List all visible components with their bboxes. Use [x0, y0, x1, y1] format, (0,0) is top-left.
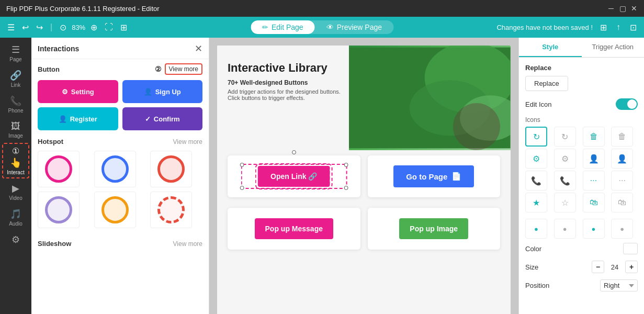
view-more-hotspot-link[interactable]: View more [173, 138, 202, 145]
sidebar-item-image[interactable]: 🖼 Image [2, 118, 29, 142]
icon-cell-8[interactable]: 📞 [525, 171, 547, 190]
size-decrease-button[interactable]: − [592, 261, 604, 273]
icon-cell-14[interactable]: 🛍 [583, 193, 605, 212]
icon-cell-10[interactable]: ··· [583, 171, 605, 190]
hotspot-item-5[interactable] [94, 192, 136, 228]
edit-icon-label: Edit Icon [525, 100, 552, 108]
sidebar-item-link[interactable]: 🔗 Link [2, 66, 29, 91]
handle-br [344, 186, 348, 190]
title-bar-controls: ─ ▢ ✕ [607, 5, 638, 12]
edit-icon-toggle[interactable] [616, 98, 638, 110]
popup-image-button[interactable]: Pop up Image [399, 218, 468, 239]
go-to-page-button[interactable]: Go to Page 📄 [393, 165, 474, 187]
icon-cell-4[interactable]: ⚙ [525, 149, 547, 169]
icon-cell-3[interactable]: 🗑 [611, 127, 633, 147]
page-canvas: Interactive Library 70+ Well-designed Bu… [217, 46, 511, 314]
minimize-button[interactable]: ─ [607, 5, 615, 12]
zoom-in-btn[interactable]: ⊕ [88, 21, 99, 33]
button-section-header: Button ② View more [31, 59, 209, 77]
right-panel-tabs: Style Trigger Action [519, 38, 644, 58]
canvas-area: Interactive Library 70+ Well-designed Bu… [209, 38, 518, 314]
toolbar: ☰ ↩ ↪ | ⊙ 83% ⊕ ⛶ ⊞ ✏ Edit Page 👁 Previe… [0, 17, 644, 38]
confirm-icon: ✓ [145, 115, 151, 123]
icon-cell-1[interactable]: ↻ [554, 127, 576, 147]
icon-cell-11[interactable]: ··· [611, 171, 633, 190]
size-label: Size [525, 263, 538, 271]
title-bar-title: Flip PDF Plus Corporate 6.1.11 Registere… [6, 5, 160, 13]
canvas-headline: Interactive Library [228, 61, 358, 75]
hotspot-item-6[interactable] [150, 192, 192, 228]
link-icon: 🔗 [10, 70, 21, 81]
close-button[interactable]: ✕ [630, 5, 638, 12]
icon-cell-17[interactable]: ● [554, 219, 576, 239]
left-nav: ☰ Page 🔗 Link 📞 Phone 🖼 Image ① 👆 Intera… [0, 38, 31, 314]
color-swatch[interactable] [623, 243, 638, 254]
slideshow-section-title: Slideshow [38, 240, 71, 248]
fit-screen-btn[interactable]: ⛶ [103, 21, 115, 33]
tab-trigger-action[interactable]: Trigger Action [582, 38, 645, 57]
open-link-selection: Open Link 🔗 [241, 164, 347, 189]
sidebar-item-audio-label: Audio [9, 221, 22, 227]
grid-btn[interactable]: ⊞ [118, 21, 129, 33]
hotspot-section-title: Hotspot [38, 138, 63, 145]
toolbar-action3[interactable]: ⊡ [628, 21, 639, 33]
sidebar-item-page[interactable]: ☰ Page [2, 41, 29, 65]
panel-close-button[interactable]: ✕ [195, 43, 202, 54]
color-row: Color [525, 243, 638, 254]
sidebar-item-link-label: Link [11, 82, 20, 88]
hotspot-item-1[interactable] [38, 151, 80, 187]
icon-cell-12[interactable]: ★ [525, 193, 547, 212]
icon-cell-13[interactable]: ☆ [554, 193, 576, 212]
sidebar-item-video[interactable]: ▶ Video [2, 180, 29, 204]
sidebar-item-more[interactable]: ⚙ [2, 231, 29, 249]
sidebar-item-audio[interactable]: 🎵 Audio [2, 205, 29, 230]
icon-cell-9[interactable]: 📞 [554, 171, 576, 190]
icons-section: Icons ↻ ↻ 🗑 🗑 ⚙ ⚙ 👤 👤 📞 📞 ··· ··· ★ ☆ [525, 116, 638, 239]
icon-cell-7[interactable]: 👤 [611, 149, 633, 169]
position-select[interactable]: Left Center Right [600, 279, 638, 291]
undo-button[interactable]: ↩ [20, 21, 31, 33]
toolbar-right: Changes have not been saved ! ⊞ ↑ ⊡ [496, 21, 639, 33]
edit-icon-row: Edit Icon [525, 98, 638, 110]
menu-button[interactable]: ☰ [5, 21, 17, 33]
maximize-button[interactable]: ▢ [619, 5, 626, 12]
signup-button[interactable]: 👤 Sign Up [122, 80, 203, 103]
zoom-icon[interactable]: ⊙ [58, 21, 69, 33]
view-more-button-link[interactable]: View more [165, 63, 202, 75]
replace-button[interactable]: Replace [525, 76, 568, 91]
icon-cell-0[interactable]: ↻ [525, 127, 547, 147]
edit-page-tab[interactable]: ✏ Edit Page [251, 20, 315, 34]
replace-section: Replace Replace [525, 64, 638, 98]
icon-cell-16[interactable]: ● [525, 219, 547, 239]
sidebar-item-interact[interactable]: ① 👆 Interact [2, 143, 29, 178]
hotspot-item-2[interactable] [94, 151, 136, 187]
unsaved-message: Changes have not been saved ! [496, 24, 593, 31]
toolbar-action2[interactable]: ↑ [614, 21, 623, 33]
hotspot-item-3[interactable] [150, 151, 192, 187]
setting-button[interactable]: ⚙ Setting [38, 80, 118, 103]
preview-page-tab[interactable]: 👁 Preview Page [315, 20, 393, 34]
hotspot-item-4[interactable] [38, 192, 80, 228]
confirm-button[interactable]: ✓ Confirm [122, 107, 203, 130]
icon-cell-18[interactable]: ● [583, 219, 605, 239]
position-row: Position Left Center Right [525, 279, 638, 291]
register-button[interactable]: 👤 Register [38, 107, 118, 130]
tab-style[interactable]: Style [519, 38, 582, 57]
icon-cell-6[interactable]: 👤 [583, 149, 605, 169]
icon-cell-19[interactable]: ● [611, 219, 633, 239]
toolbar-action1[interactable]: ⊞ [598, 21, 609, 33]
color-label: Color [525, 245, 541, 253]
panel-header: Interactions ✕ [31, 38, 209, 59]
setting-icon: ⚙ [62, 88, 68, 96]
popup-image-card: Pop up Image [368, 208, 501, 250]
size-increase-button[interactable]: + [625, 261, 638, 273]
sidebar-item-phone[interactable]: 📞 Phone [2, 92, 29, 117]
icon-cell-2[interactable]: 🗑 [583, 127, 605, 147]
sidebar-item-page-label: Page [9, 57, 21, 62]
view-more-slideshow-link[interactable]: View more [173, 240, 202, 248]
icon-cell-5[interactable]: ⚙ [554, 149, 576, 169]
popup-message-button[interactable]: Pop up Message [255, 218, 333, 239]
open-link-button[interactable]: Open Link 🔗 [258, 166, 330, 187]
icon-cell-15[interactable]: 🛍 [611, 193, 633, 212]
redo-button[interactable]: ↪ [34, 21, 45, 33]
